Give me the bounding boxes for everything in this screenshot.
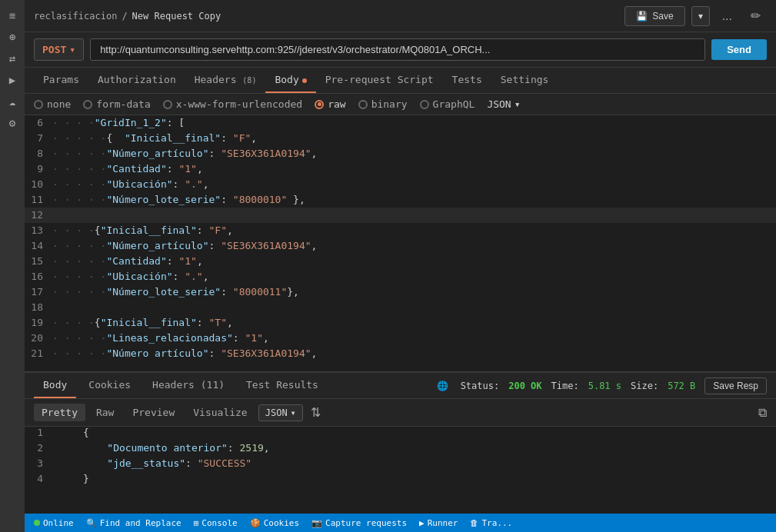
body-type-bar: none form-data x-www-form-urlencoded raw… bbox=[25, 94, 776, 115]
line-dots: · · · · · bbox=[52, 177, 106, 192]
tab-authorization[interactable]: Authorization bbox=[88, 68, 185, 93]
resp-tab-headers[interactable]: Headers (11) bbox=[143, 373, 234, 398]
resp-view-preview[interactable]: Preview bbox=[125, 404, 182, 421]
line-number: 7 bbox=[25, 131, 52, 146]
method-select[interactable]: POST ▾ bbox=[34, 38, 84, 61]
tab-settings[interactable]: Settings bbox=[491, 68, 558, 93]
status-runner[interactable]: ▶ Runner bbox=[419, 518, 458, 528]
url-input[interactable] bbox=[90, 38, 705, 61]
tab-pre-request[interactable]: Pre-request Script bbox=[316, 68, 443, 93]
line-number: 6 bbox=[25, 115, 52, 131]
line-content: "Número_lote_serie": "8000010" }, bbox=[106, 192, 776, 208]
code-editor[interactable]: 6· · · ·"GridIn_1_2": [7· · · · ·{ "Inic… bbox=[25, 115, 776, 371]
breadcrumb-parent[interactable]: reclasificacion bbox=[34, 11, 117, 22]
console-label: Console bbox=[201, 518, 237, 528]
response-status: 🌐 Status: 200 OK Time: 5.81 s Size: 572 … bbox=[437, 377, 767, 394]
resp-filter-button[interactable]: ⇅ bbox=[306, 404, 325, 421]
status-find[interactable]: 🔍 Find and Replace bbox=[86, 518, 182, 528]
resp-copy-button[interactable]: ⧉ bbox=[758, 405, 767, 420]
resp-line-2: 2 "Documento anterior": 2519, bbox=[25, 442, 776, 457]
tab-params[interactable]: Params bbox=[34, 68, 88, 93]
time-value: 5.81 s bbox=[588, 381, 621, 391]
sidebar-icon-menu[interactable]: ≡ bbox=[3, 6, 22, 25]
radio-none bbox=[34, 100, 43, 109]
response-view-bar: Pretty Raw Preview Visualize JSON ▾ ⇅ ⧉ bbox=[25, 399, 776, 427]
line-dots: · · · · · bbox=[52, 161, 106, 177]
resp-line-number: 3 bbox=[25, 457, 52, 469]
save-button[interactable]: 💾 Save bbox=[624, 6, 684, 26]
tab-tests[interactable]: Tests bbox=[443, 68, 491, 93]
resp-view-pretty[interactable]: Pretty bbox=[34, 404, 85, 421]
tab-body[interactable]: Body bbox=[265, 68, 315, 93]
save-dropdown-button[interactable]: ▾ bbox=[691, 6, 710, 26]
line-dots: · · · · · bbox=[52, 269, 106, 284]
line-number: 20 bbox=[25, 331, 52, 346]
code-line-18: 18 bbox=[25, 300, 776, 315]
sidebar-icon-cloud[interactable]: ☁ bbox=[3, 92, 22, 111]
body-type-form-data[interactable]: form-data bbox=[83, 98, 150, 110]
status-label: Status: bbox=[461, 381, 500, 391]
top-bar: reclasificacion / New Request Copy 💾 Sav… bbox=[25, 0, 776, 32]
json-format-dropdown[interactable]: JSON ▾ bbox=[487, 98, 520, 110]
line-number: 12 bbox=[25, 208, 52, 223]
request-tabs: Params Authorization Headers (8) Body Pr… bbox=[25, 68, 776, 94]
online-dot bbox=[34, 520, 40, 526]
tab-headers[interactable]: Headers (8) bbox=[185, 68, 266, 93]
sidebar-icon-history[interactable]: ⇄ bbox=[3, 49, 22, 68]
status-capture[interactable]: 📷 Capture requests bbox=[311, 518, 407, 528]
code-line-13: 13· · · ·{"Inicial__final": "F", bbox=[25, 223, 776, 238]
line-content: "Cantidad": "1", bbox=[106, 254, 776, 269]
line-number: 10 bbox=[25, 177, 52, 192]
line-content: "Lineas_relacionadas": "1", bbox=[106, 331, 776, 346]
line-dots: · · · · · bbox=[52, 192, 106, 208]
edit-icon-button[interactable]: ✏ bbox=[744, 5, 767, 26]
body-type-none[interactable]: none bbox=[34, 98, 71, 110]
status-online[interactable]: Online bbox=[34, 518, 74, 528]
size-label: Size: bbox=[631, 381, 658, 391]
code-line-19: 19· · · ·{"Inicial__final": "T", bbox=[25, 315, 776, 331]
status-trash[interactable]: 🗑 Tra... bbox=[470, 518, 512, 528]
line-number: 17 bbox=[25, 284, 52, 300]
save-response-button[interactable]: Save Resp bbox=[704, 377, 767, 394]
line-content: "Ubicación": ".", bbox=[106, 269, 776, 284]
line-number: 8 bbox=[25, 146, 52, 161]
resp-line-3: 3 "jde__status": "SUCCESS" bbox=[25, 457, 776, 473]
trash-icon: 🗑 bbox=[470, 518, 478, 528]
resp-view-visualize[interactable]: Visualize bbox=[185, 404, 255, 421]
json-format-label: JSON bbox=[487, 98, 511, 110]
resp-format-select[interactable]: JSON ▾ bbox=[258, 404, 303, 421]
send-button[interactable]: Send bbox=[711, 39, 767, 60]
line-dots: · · · · · bbox=[52, 346, 106, 361]
body-type-binary[interactable]: binary bbox=[358, 98, 408, 110]
line-content: "GridIn_1_2": [ bbox=[95, 115, 776, 131]
body-type-urlencoded[interactable]: x-www-form-urlencoded bbox=[163, 98, 302, 110]
resp-tab-body[interactable]: Body bbox=[34, 373, 76, 398]
resp-tab-cookies[interactable]: Cookies bbox=[79, 373, 140, 398]
line-content: "Ubicación": ".", bbox=[106, 177, 776, 192]
line-number: 15 bbox=[25, 254, 52, 269]
body-type-raw[interactable]: raw bbox=[315, 98, 345, 110]
code-line-11: 11· · · · ·"Número_lote_serie": "8000010… bbox=[25, 192, 776, 208]
sidebar-icon-run[interactable]: ▶ bbox=[3, 71, 22, 89]
find-label: Find and Replace bbox=[100, 518, 182, 528]
resp-tab-test-results[interactable]: Test Results bbox=[237, 373, 328, 398]
sidebar-icon-settings[interactable]: ⚙ bbox=[3, 114, 22, 132]
trash-label: Tra... bbox=[481, 518, 512, 528]
console-icon: ⊞ bbox=[194, 518, 199, 528]
code-line-14: 14· · · · ·"Número_artículo": "SE36X361A… bbox=[25, 238, 776, 254]
more-button[interactable]: ... bbox=[716, 6, 738, 26]
line-number: 14 bbox=[25, 238, 52, 254]
body-type-graphql[interactable]: GraphQL bbox=[420, 98, 475, 110]
sidebar-icon-new[interactable]: ⊕ bbox=[3, 28, 22, 46]
status-cookies[interactable]: 🍪 Cookies bbox=[250, 518, 299, 528]
status-console[interactable]: ⊞ Console bbox=[194, 518, 238, 528]
response-code: 1{2 "Documento anterior": 2519,3 "jde__s… bbox=[25, 427, 776, 514]
line-content: "Número artículo": "SE36X361A0194", bbox=[106, 346, 776, 361]
top-bar-actions: 💾 Save ▾ ... ✏ bbox=[624, 5, 767, 26]
line-number: 11 bbox=[25, 192, 52, 208]
line-dots: · · · · bbox=[52, 115, 95, 131]
resp-view-raw[interactable]: Raw bbox=[88, 404, 122, 421]
cookies-label: Cookies bbox=[264, 518, 299, 528]
code-line-10: 10· · · · ·"Ubicación": ".", bbox=[25, 177, 776, 192]
line-dots: · · · · bbox=[52, 223, 95, 238]
